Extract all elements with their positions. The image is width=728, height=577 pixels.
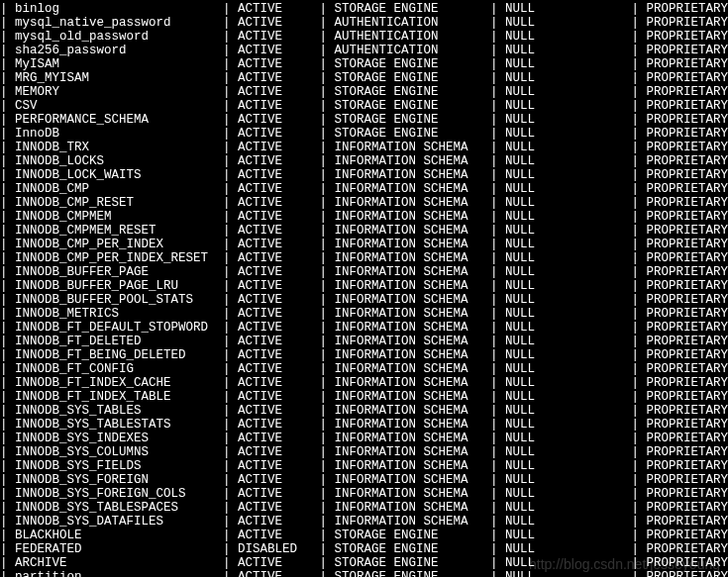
table-row: | MRG_MYISAM | ACTIVE | STORAGE ENGINE |… [0, 71, 728, 85]
table-row: | INNODB_LOCK_WAITS | ACTIVE | INFORMATI… [0, 168, 728, 182]
table-row: | INNODB_CMP_RESET | ACTIVE | INFORMATIO… [0, 196, 728, 210]
table-row: | InnoDB | ACTIVE | STORAGE ENGINE | NUL… [0, 127, 728, 141]
table-row: | INNODB_CMPMEM_RESET | ACTIVE | INFORMA… [0, 224, 728, 238]
table-row: | MyISAM | ACTIVE | STORAGE ENGINE | NUL… [0, 57, 728, 71]
table-row: | INNODB_FT_DELETED | ACTIVE | INFORMATI… [0, 335, 728, 348]
table-row: | INNODB_LOCKS | ACTIVE | INFORMATION SC… [0, 154, 728, 168]
table-row: | INNODB_BUFFER_PAGE | ACTIVE | INFORMAT… [0, 265, 728, 279]
table-row: | INNODB_SYS_INDEXES | ACTIVE | INFORMAT… [0, 432, 728, 445]
table-row: | INNODB_FT_CONFIG | ACTIVE | INFORMATIO… [0, 362, 728, 376]
table-row: | INNODB_FT_INDEX_CACHE | ACTIVE | INFOR… [0, 376, 728, 390]
table-row: | INNODB_FT_DEFAULT_STOPWORD | ACTIVE | … [0, 321, 728, 335]
table-row: | FEDERATED | DISABLED | STORAGE ENGINE … [0, 542, 728, 556]
table-row: | CSV | ACTIVE | STORAGE ENGINE | NULL |… [0, 99, 728, 113]
table-row: | INNODB_CMP_PER_INDEX | ACTIVE | INFORM… [0, 238, 728, 251]
table-row: | INNODB_SYS_FOREIGN_COLS | ACTIVE | INF… [0, 487, 728, 501]
table-row: | MEMORY | ACTIVE | STORAGE ENGINE | NUL… [0, 85, 728, 99]
table-row: | mysql_old_password | ACTIVE | AUTHENTI… [0, 30, 728, 44]
table-row: | INNODB_SYS_COLUMNS | ACTIVE | INFORMAT… [0, 445, 728, 459]
table-row: | INNODB_FT_BEING_DELETED | ACTIVE | INF… [0, 348, 728, 362]
plugin-table: | binlog | ACTIVE | STORAGE ENGINE | NUL… [0, 0, 728, 577]
table-row: | INNODB_SYS_TABLESTATS | ACTIVE | INFOR… [0, 418, 728, 432]
table-row: | partition | ACTIVE | STORAGE ENGINE | … [0, 570, 728, 577]
table-row: | INNODB_FT_INDEX_TABLE | ACTIVE | INFOR… [0, 390, 728, 404]
table-row: | INNODB_TRX | ACTIVE | INFORMATION SCHE… [0, 141, 728, 154]
table-row: | INNODB_SYS_FIELDS | ACTIVE | INFORMATI… [0, 459, 728, 473]
table-row: | INNODB_SYS_TABLES | ACTIVE | INFORMATI… [0, 404, 728, 418]
table-row: | INNODB_BUFFER_PAGE_LRU | ACTIVE | INFO… [0, 279, 728, 293]
table-row: | ARCHIVE | ACTIVE | STORAGE ENGINE | NU… [0, 556, 728, 570]
table-row: | INNODB_SYS_TABLESPACES | ACTIVE | INFO… [0, 501, 728, 515]
table-row: | BLACKHOLE | ACTIVE | STORAGE ENGINE | … [0, 529, 728, 542]
table-row: | sha256_password | ACTIVE | AUTHENTICAT… [0, 44, 728, 57]
table-row: | INNODB_METRICS | ACTIVE | INFORMATION … [0, 307, 728, 321]
table-row: | INNODB_SYS_DATAFILES | ACTIVE | INFORM… [0, 515, 728, 529]
table-row: | INNODB_BUFFER_POOL_STATS | ACTIVE | IN… [0, 293, 728, 307]
table-row: | INNODB_CMP_PER_INDEX_RESET | ACTIVE | … [0, 251, 728, 265]
table-row: | INNODB_CMP | ACTIVE | INFORMATION SCHE… [0, 182, 728, 196]
table-row: | mysql_native_password | ACTIVE | AUTHE… [0, 16, 728, 30]
table-row: | INNODB_SYS_FOREIGN | ACTIVE | INFORMAT… [0, 473, 728, 487]
table-row: | PERFORMANCE_SCHEMA | ACTIVE | STORAGE … [0, 113, 728, 127]
table-row: | INNODB_CMPMEM | ACTIVE | INFORMATION S… [0, 210, 728, 224]
table-row: | binlog | ACTIVE | STORAGE ENGINE | NUL… [0, 2, 728, 16]
